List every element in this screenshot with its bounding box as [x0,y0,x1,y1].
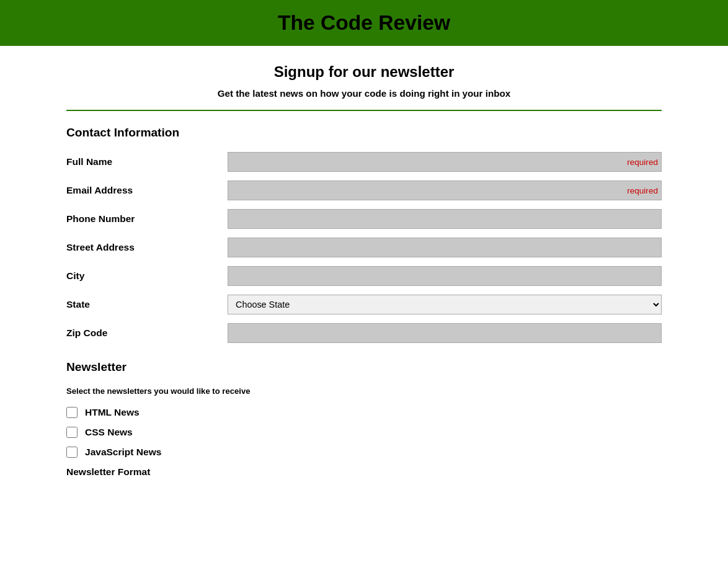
phone-label: Phone Number [66,213,228,225]
newsletter-section: Newsletter Select the newsletters you wo… [66,360,662,478]
state-label: State [66,299,228,310]
email-label: Email Address [66,185,228,196]
phone-input[interactable] [228,209,662,229]
zip-code-input[interactable] [228,323,662,343]
street-address-row: Street Address [66,238,662,257]
newsletter-format-label: Newsletter Format [66,466,662,478]
html-news-label: HTML News [85,407,140,418]
city-input[interactable] [228,266,662,286]
site-title: The Code Review [12,11,716,35]
js-news-label: JavaScript News [85,447,161,458]
full-name-field-wrapper: required [228,152,662,172]
state-select[interactable]: Choose StateAlabamaAlaskaArizonaArkansas… [228,295,662,314]
city-row: City [66,266,662,286]
email-row: Email Address required [66,180,662,200]
phone-row: Phone Number [66,209,662,229]
full-name-label: Full Name [66,156,228,167]
street-address-input[interactable] [228,238,662,257]
email-field-wrapper: required [228,180,662,200]
css-news-row: CSS News [66,427,662,438]
html-news-row: HTML News [66,407,662,418]
city-label: City [66,270,228,282]
signup-heading: Signup for our newsletter [66,63,662,81]
css-news-checkbox[interactable] [66,427,78,438]
signup-subtext: Get the latest news on how your code is … [66,88,662,99]
site-header: The Code Review [0,0,728,46]
html-news-checkbox[interactable] [66,407,78,418]
newsletter-section-title: Newsletter [66,360,662,374]
js-news-checkbox[interactable] [66,447,78,458]
full-name-input[interactable] [228,152,662,172]
zip-code-label: Zip Code [66,327,228,339]
section-divider [66,110,662,111]
email-input[interactable] [228,180,662,200]
street-address-label: Street Address [66,242,228,253]
contact-section-title: Contact Information [66,126,662,140]
css-news-label: CSS News [85,427,133,438]
full-name-row: Full Name required [66,152,662,172]
js-news-row: JavaScript News [66,447,662,458]
state-row: State Choose StateAlabamaAlaskaArizonaAr… [66,295,662,314]
newsletter-subtext: Select the newsletters you would like to… [66,386,662,396]
contact-section: Contact Information Full Name required E… [66,126,662,343]
zip-code-row: Zip Code [66,323,662,343]
